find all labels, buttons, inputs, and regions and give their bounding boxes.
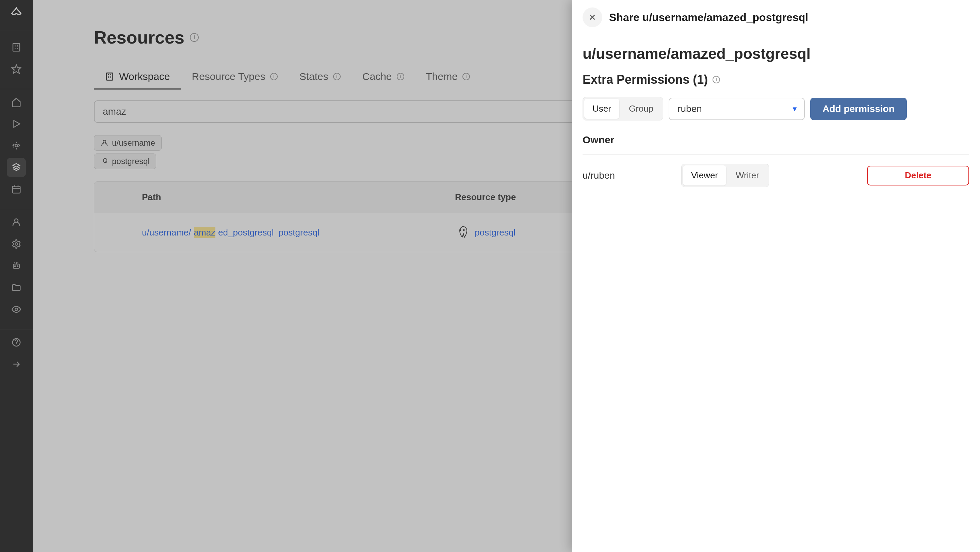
permission-user: u/ruben (582, 170, 675, 181)
segment-group[interactable]: Group (620, 99, 662, 119)
panel-body: u/username/amazed_postgresql Extra Permi… (572, 35, 980, 552)
divider (582, 154, 969, 155)
panel-title: Share u/username/amazed_postgresql (609, 11, 808, 24)
delete-permission-button[interactable]: Delete (867, 166, 969, 186)
user-select-input[interactable] (669, 98, 805, 120)
panel-header: ✕ Share u/username/amazed_postgresql (572, 0, 980, 35)
principal-type-toggle: User Group (582, 97, 663, 121)
close-button[interactable]: ✕ (582, 8, 602, 27)
role-writer[interactable]: Writer (727, 165, 767, 186)
owner-label: Owner (582, 134, 969, 146)
add-permission-button[interactable]: Add permission (810, 98, 907, 120)
permission-row: u/ruben Viewer Writer Delete (582, 164, 969, 187)
role-viewer[interactable]: Viewer (683, 165, 726, 186)
role-toggle: Viewer Writer (681, 164, 769, 187)
close-icon: ✕ (589, 12, 596, 23)
info-icon[interactable]: i (713, 76, 720, 83)
segment-user[interactable]: User (584, 99, 619, 119)
resource-path: u/username/amazed_postgresql (582, 45, 969, 62)
user-select[interactable]: ▼ (669, 98, 805, 120)
section-title: Extra Permissions (1) (582, 73, 708, 87)
permission-form: User Group ▼ Add permission (582, 97, 969, 121)
share-panel: ✕ Share u/username/amazed_postgresql u/u… (572, 0, 980, 552)
